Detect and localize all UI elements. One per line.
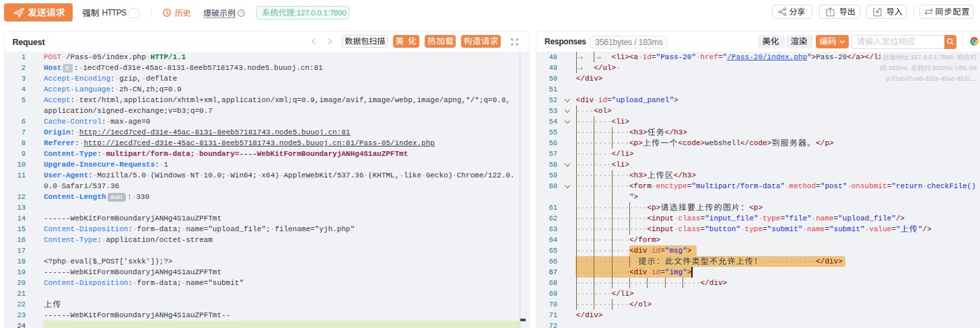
svg-text:?: ? [240,10,242,16]
